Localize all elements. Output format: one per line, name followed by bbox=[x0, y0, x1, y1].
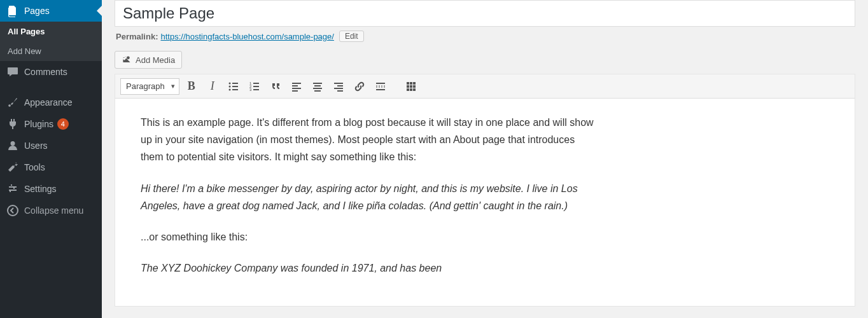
svg-rect-2 bbox=[232, 83, 238, 84]
svg-rect-20 bbox=[314, 90, 321, 92]
add-media-label: Add Media bbox=[136, 55, 175, 65]
svg-rect-35 bbox=[410, 88, 412, 91]
permalink-url[interactable]: https://hostingfacts-bluehost.com/sample… bbox=[160, 32, 333, 41]
content-paragraph-italic: Hi there! I'm a bike messenger by day, a… bbox=[141, 183, 578, 211]
svg-rect-10 bbox=[253, 86, 259, 87]
svg-point-3 bbox=[228, 85, 230, 87]
page-title-text: Sample Page bbox=[123, 4, 214, 22]
align-left-button[interactable] bbox=[288, 78, 305, 95]
svg-rect-23 bbox=[334, 88, 343, 89]
sidebar-item-label: Pages bbox=[24, 6, 50, 16]
svg-rect-31 bbox=[407, 85, 409, 88]
users-icon bbox=[6, 139, 19, 152]
tools-icon bbox=[6, 161, 19, 174]
editor-content[interactable]: This is an example page. It's different … bbox=[115, 99, 624, 306]
editor: Paragraph B I 123 bbox=[115, 74, 855, 307]
svg-text:3: 3 bbox=[249, 88, 252, 92]
svg-rect-26 bbox=[376, 86, 385, 87]
align-right-button[interactable] bbox=[330, 78, 347, 95]
svg-point-0 bbox=[8, 205, 18, 216]
bold-button[interactable]: B bbox=[183, 78, 200, 95]
italic-button[interactable]: I bbox=[204, 78, 221, 95]
sidebar-item-label: Tools bbox=[24, 162, 45, 172]
sidebar-item-users[interactable]: Users bbox=[0, 135, 102, 156]
svg-rect-8 bbox=[253, 83, 259, 84]
sidebar-item-label: Collapse menu bbox=[24, 205, 83, 216]
svg-rect-18 bbox=[314, 85, 321, 86]
svg-rect-22 bbox=[337, 85, 343, 86]
submenu-add-new[interactable]: Add New bbox=[0, 41, 102, 61]
page-title-input[interactable]: Sample Page bbox=[115, 0, 855, 27]
svg-rect-30 bbox=[413, 82, 416, 85]
svg-rect-17 bbox=[313, 83, 322, 84]
svg-rect-12 bbox=[253, 89, 259, 90]
svg-rect-29 bbox=[410, 82, 412, 85]
svg-rect-19 bbox=[313, 88, 322, 89]
editor-toolbar: Paragraph B I 123 bbox=[115, 74, 855, 99]
svg-rect-15 bbox=[292, 88, 301, 89]
settings-icon bbox=[6, 183, 19, 195]
permalink-label: Permalink: bbox=[116, 32, 158, 41]
add-media-button[interactable]: Add Media bbox=[115, 51, 182, 69]
permalink-edit-button[interactable]: Edit bbox=[339, 31, 364, 42]
collapse-icon bbox=[6, 204, 19, 217]
submenu-all-pages[interactable]: All Pages bbox=[0, 22, 102, 41]
svg-point-1 bbox=[228, 82, 230, 84]
svg-rect-16 bbox=[292, 90, 298, 92]
media-icon bbox=[122, 55, 132, 65]
sidebar-item-settings[interactable]: Settings bbox=[0, 178, 102, 200]
svg-rect-27 bbox=[376, 89, 385, 90]
numbered-list-button[interactable]: 123 bbox=[246, 78, 263, 95]
sidebar-item-plugins[interactable]: Plugins 4 bbox=[0, 113, 102, 135]
svg-rect-32 bbox=[410, 85, 412, 88]
comments-icon bbox=[6, 66, 19, 78]
svg-rect-14 bbox=[292, 85, 298, 86]
sidebar-item-tools[interactable]: Tools bbox=[0, 156, 102, 178]
sidebar-item-label: Users bbox=[24, 141, 48, 151]
svg-rect-21 bbox=[334, 83, 343, 84]
pages-icon bbox=[6, 4, 19, 17]
toolbar-toggle-button[interactable] bbox=[402, 78, 420, 95]
sidebar-item-label: Appearance bbox=[24, 97, 73, 107]
content-paragraph: This is an example page. It's different … bbox=[141, 114, 599, 166]
blockquote-button[interactable] bbox=[267, 78, 284, 95]
bulleted-list-button[interactable] bbox=[225, 78, 242, 95]
content-paragraph: ...or something like this: bbox=[141, 228, 599, 245]
sidebar-item-label: Plugins bbox=[24, 119, 53, 129]
sidebar-item-label: Comments bbox=[24, 67, 67, 77]
sidebar-collapse[interactable]: Collapse menu bbox=[0, 200, 102, 221]
align-center-button[interactable] bbox=[309, 78, 326, 95]
pages-submenu: All Pages Add New bbox=[0, 22, 102, 61]
svg-rect-4 bbox=[232, 86, 238, 87]
svg-rect-25 bbox=[376, 83, 385, 84]
svg-rect-28 bbox=[407, 82, 409, 85]
svg-point-5 bbox=[228, 88, 230, 90]
svg-rect-33 bbox=[413, 85, 416, 88]
sidebar-item-comments[interactable]: Comments bbox=[0, 61, 102, 83]
sidebar-item-pages[interactable]: Pages bbox=[0, 0, 102, 22]
permalink-row: Permalink: https://hostingfacts-bluehost… bbox=[116, 31, 855, 42]
read-more-button[interactable] bbox=[372, 78, 389, 95]
format-select-value: Paragraph bbox=[126, 81, 165, 91]
main-content: Sample Page Permalink: https://hostingfa… bbox=[102, 0, 868, 318]
content-paragraph-italic: The XYZ Doohickey Company was founded in… bbox=[141, 263, 442, 273]
admin-sidebar: Pages All Pages Add New Comments Appeara… bbox=[0, 0, 102, 318]
sidebar-item-label: Settings bbox=[24, 184, 57, 194]
svg-rect-13 bbox=[292, 83, 301, 84]
plugins-update-badge: 4 bbox=[57, 118, 69, 130]
svg-rect-34 bbox=[407, 88, 409, 91]
svg-rect-6 bbox=[232, 89, 238, 90]
appearance-icon bbox=[6, 96, 19, 109]
link-button[interactable] bbox=[351, 78, 368, 95]
svg-rect-24 bbox=[337, 90, 343, 92]
plugins-icon bbox=[6, 118, 19, 130]
svg-rect-36 bbox=[413, 88, 416, 91]
format-select[interactable]: Paragraph bbox=[120, 78, 179, 95]
sidebar-item-appearance[interactable]: Appearance bbox=[0, 92, 102, 113]
